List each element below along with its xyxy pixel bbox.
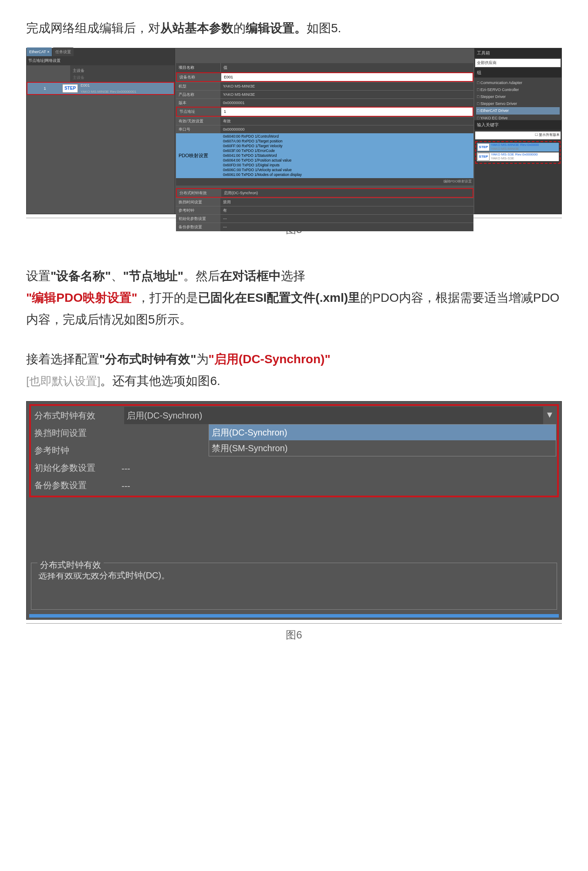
dc-row[interactable]: 分布式时钟有效 启用(DC-Synchron) ▼	[32, 407, 556, 424]
pdo-mapping-block[interactable]: PDO映射设置 0x6040:00 RxPDO 1/ControlWord0x6…	[176, 133, 473, 178]
master-device[interactable]: 主设备 主设备	[70, 65, 175, 83]
edit-pdo-link[interactable]: 编辑PDO映射设置	[176, 178, 473, 185]
config-value: ---	[119, 477, 556, 495]
intro-paragraph: 完成网络组成编辑后，对从站基本参数的编辑设置。如图5.	[26, 17, 562, 39]
property-row: 有效/无效设置有效	[176, 117, 473, 125]
property-row: 备份参数设置---	[176, 223, 473, 231]
figure-5-screenshot: EtherCAT × 任务设置 节点地址|网络设置 主设备 主设备 1 STEP…	[26, 48, 562, 214]
step-icon: STEP	[62, 84, 78, 93]
tab-ethercat[interactable]: EtherCAT ×	[27, 47, 52, 56]
vendor-combo[interactable]: 全部供应商	[475, 59, 561, 67]
figure-6-screenshot: 分布式时钟有效 启用(DC-Synchron) ▼ 换挡时间设置参考时钟初始化参…	[26, 401, 562, 620]
tree-item[interactable]: Communication Adapter	[476, 79, 560, 86]
col-name: 项目名称	[176, 63, 221, 72]
property-row: 初始化参数设置---	[176, 214, 473, 223]
tab-task[interactable]: 任务设置	[53, 47, 74, 56]
tree-item[interactable]: EtherCAT Driver	[476, 107, 560, 114]
property-panel: 项目名称 值 设备名称E001机型YAKO MS-MINI3E产品名称YAKO …	[175, 48, 474, 214]
toolbox-panel: 工具箱 全部供应商 组 Communication AdapterEzi-SER…	[474, 48, 561, 214]
config-key: 初始化参数设置	[32, 459, 119, 476]
dropdown-icon[interactable]: ▼	[543, 407, 556, 424]
property-row[interactable]: 设备名称E001	[176, 72, 473, 82]
property-row[interactable]: 节点地址1	[176, 107, 473, 116]
keyword-input[interactable]: ☐ 显示所有版本	[475, 132, 561, 139]
tree-item[interactable]: Stepper Servo Driver	[476, 100, 560, 107]
dc-option-enable[interactable]: 启用(DC-Synchron)	[209, 425, 556, 440]
property-row: 产品名称YAKO MS-MINI3E	[176, 90, 473, 98]
config-key: 备份参数设置	[32, 476, 119, 494]
bottom-bar	[29, 614, 559, 618]
dc-options-dropdown[interactable]: 启用(DC-Synchron) 禁用(SM-Synchron)	[209, 424, 556, 456]
tree-item[interactable]: Stepper Driver	[476, 93, 560, 100]
dc-config-highlight: 分布式时钟有效 启用(DC-Synchron) ▼ 换挡时间设置参考时钟初始化参…	[29, 404, 559, 497]
col-value: 值	[221, 63, 473, 72]
tree-item[interactable]: Ezi-SERVO Controller	[476, 86, 560, 93]
paragraph-3: 接着选择配置"分布式时钟有效"为"启用(DC-Synchron)" [也即默认设…	[26, 348, 562, 392]
property-row: 串口号0x00000000	[176, 125, 473, 133]
dc-option-disable[interactable]: 禁用(SM-Synchron)	[209, 440, 556, 456]
result-item[interactable]: STEPYAKO MS-MINI3E Rev:0x0000YAKO MS-MIN…	[477, 143, 559, 152]
paragraph-2: 设置"设备名称"、"节点地址"。然后在对话框中选择 "编辑PDO映射设置"，打开…	[26, 265, 562, 331]
checkbox-icon[interactable]: ☐	[535, 133, 538, 137]
breadcrumb: 节点地址|网络设置	[27, 56, 175, 65]
search-results: STEPYAKO MS-MINI3E Rev:0x0000YAKO MS-MIN…	[475, 141, 561, 164]
dc-enable-row[interactable]: 分布式时钟有效 启用(DC-Synchron)	[176, 188, 473, 198]
description-box: 分布式时钟有效 选择有效或无效分布式时钟(DC)。	[31, 563, 557, 610]
config-key: 换挡时间设置	[32, 424, 119, 442]
property-row: 参考时钟有	[176, 206, 473, 214]
slave-node-row[interactable]: 1 STEP E001 YAKO MS-MINI3E Rev:0x0000000…	[27, 82, 175, 95]
figure-6-caption: 图6	[26, 623, 562, 644]
result-item[interactable]: STEPYAKO MS-S3E Rev:0x000000YAKO MS-S3E	[477, 152, 559, 161]
device-tree[interactable]: Communication AdapterEzi-SERVO Controlle…	[474, 78, 561, 120]
property-row: 换挡时间设置禁用	[176, 198, 473, 206]
network-tree-panel: EtherCAT × 任务设置 节点地址|网络设置 主设备 主设备 1 STEP…	[27, 48, 175, 214]
property-row: 机型YAKO MS-MINI3E	[176, 82, 473, 90]
config-key: 参考时钟	[32, 442, 119, 459]
property-row: 版本0x00000001	[176, 98, 473, 107]
config-value: ---	[119, 460, 556, 477]
